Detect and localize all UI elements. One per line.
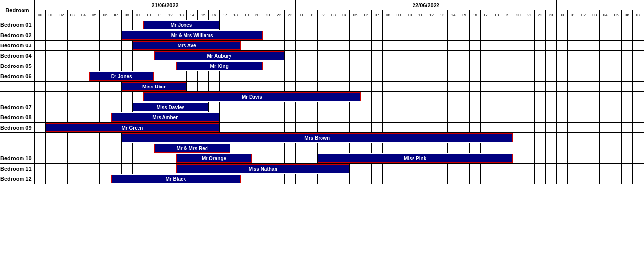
- table-row: Bedroom 05Mr King: [0, 61, 644, 71]
- booking-bar[interactable]: Mrs Ave: [133, 41, 241, 50]
- gantt-container: Bedroom21/06/202222/06/20220001020304050…: [0, 0, 644, 184]
- table-row: Bedroom 04Mr Aubury: [0, 51, 644, 61]
- room-label: Bedroom 03: [0, 41, 35, 51]
- table-row: Miss Uber: [0, 82, 644, 92]
- booking-bar[interactable]: Miss Uber: [122, 82, 186, 91]
- table-row: Mrs Brown: [0, 133, 644, 143]
- table-row: Bedroom 02Mr & Mrs Williams: [0, 30, 644, 41]
- booking-bar[interactable]: Dr Jones: [89, 72, 154, 81]
- room-label: Bedroom 12: [0, 174, 35, 184]
- table-row: Bedroom 10Mr OrangeMiss Pink: [0, 153, 644, 164]
- booking-bar[interactable]: Mr Black: [111, 175, 241, 183]
- booking-bar[interactable]: Mrs Amber: [111, 113, 219, 122]
- booking-bar[interactable]: Mrs Brown: [122, 133, 513, 142]
- room-label: Bedroom 11: [0, 164, 35, 174]
- table-row: Bedroom 11Miss Nathan: [0, 164, 644, 174]
- room-label: Bedroom 06: [0, 71, 35, 82]
- table-row: Mr Davis: [0, 92, 644, 102]
- room-label: [0, 92, 35, 102]
- booking-bar[interactable]: Mr Orange: [176, 154, 252, 163]
- booking-bar[interactable]: Mr Aubury: [154, 51, 284, 60]
- table-row: Bedroom 12Mr Black: [0, 174, 644, 184]
- table-row: Bedroom 09Mr Green: [0, 123, 644, 133]
- room-label: Bedroom 10: [0, 153, 35, 164]
- gantt-table: Bedroom21/06/202222/06/20220001020304050…: [0, 0, 644, 184]
- room-label: Bedroom 01: [0, 20, 35, 30]
- booking-bar[interactable]: Mr Jones: [143, 21, 219, 29]
- table-row: Bedroom 08Mrs Amber: [0, 112, 644, 123]
- booking-bar[interactable]: Miss Pink: [318, 154, 513, 163]
- room-label: Bedroom 05: [0, 61, 35, 71]
- booking-bar[interactable]: Mr & Mrs Williams: [122, 31, 263, 40]
- room-label: Bedroom 02: [0, 30, 35, 41]
- room-label: Bedroom 09: [0, 123, 35, 133]
- room-label: Bedroom 07: [0, 102, 35, 112]
- booking-bar[interactable]: Mr Green: [46, 123, 219, 132]
- table-row: Mr & Mrs Red: [0, 143, 644, 153]
- table-row: Bedroom 01Mr Jones: [0, 20, 644, 30]
- room-label: Bedroom 08: [0, 112, 35, 123]
- room-label: [0, 143, 35, 153]
- room-label: [0, 82, 35, 92]
- table-row: Bedroom 06Dr Jones: [0, 71, 644, 82]
- booking-bar[interactable]: Miss Nathan: [176, 164, 350, 173]
- booking-bar[interactable]: Mr King: [176, 62, 263, 70]
- booking-bar[interactable]: Miss Davies: [133, 103, 208, 111]
- booking-bar[interactable]: Mr & Mrs Red: [154, 144, 230, 153]
- room-label: Bedroom 04: [0, 51, 35, 61]
- booking-bar[interactable]: Mr Davis: [143, 92, 360, 101]
- table-row: Bedroom 07Miss Davies: [0, 102, 644, 112]
- room-label: [0, 133, 35, 143]
- table-row: Bedroom 03Mrs Ave: [0, 41, 644, 51]
